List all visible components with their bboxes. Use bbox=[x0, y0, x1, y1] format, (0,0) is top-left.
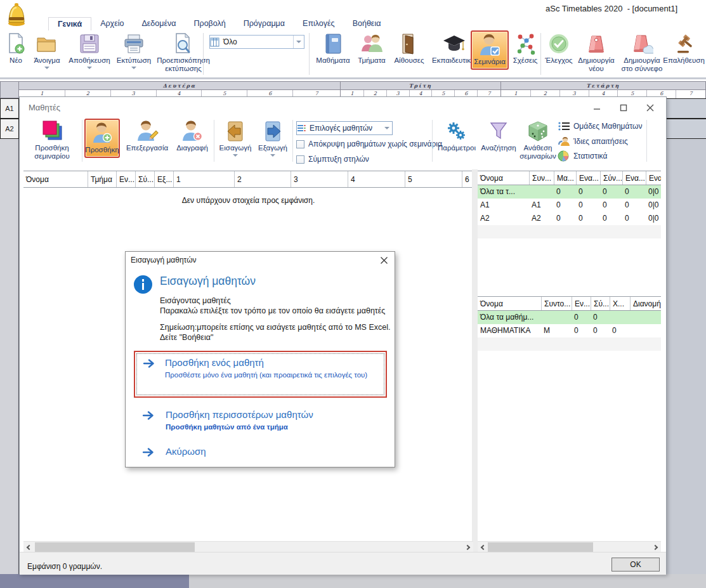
column-header[interactable]: Μα... bbox=[554, 171, 576, 185]
table-row[interactable]: ΜΑΘΗΜΑΤΙΚΑΜ000 bbox=[478, 324, 661, 337]
tab-epiloges[interactable]: Επιλογές bbox=[294, 17, 344, 30]
table-row[interactable]: Όλα τα τ...00000|0 bbox=[478, 185, 661, 199]
tab-programma[interactable]: Πρόγραμμα bbox=[235, 17, 294, 30]
same-requirements-button[interactable]: Ίδιες απαιτήσεις bbox=[558, 136, 628, 147]
check-label: Έλεγχος bbox=[545, 56, 572, 65]
column-header[interactable]: Σύ... bbox=[135, 171, 154, 187]
column-header[interactable]: Χ... bbox=[610, 297, 630, 310]
column-header[interactable]: Διανομή bbox=[630, 297, 661, 310]
column-header[interactable]: Εν... bbox=[572, 297, 591, 310]
column-header[interactable]: Σύν... bbox=[600, 171, 622, 185]
students-table-hscrollbar[interactable] bbox=[23, 541, 473, 552]
export-dropdown-caret[interactable] bbox=[270, 154, 275, 157]
student-options-dropdown[interactable]: Επιλογές μαθητών bbox=[296, 121, 393, 135]
subject-groups-button[interactable]: Ομάδες Μαθημάτων bbox=[558, 121, 642, 131]
save-icon bbox=[77, 32, 101, 56]
row-label-a1[interactable]: A1 bbox=[0, 98, 19, 119]
row-label-a2[interactable]: A2 bbox=[0, 119, 19, 139]
collapse-columns-checkbox[interactable] bbox=[296, 155, 304, 164]
edit-student-button[interactable]: Επεξεργασία bbox=[122, 120, 172, 152]
lessons-button[interactable]: Μαθήματα bbox=[313, 32, 353, 65]
column-header[interactable]: 3 bbox=[291, 171, 348, 187]
close-icon[interactable] bbox=[639, 101, 661, 115]
column-header[interactable]: Όνομα bbox=[23, 171, 88, 187]
new-button[interactable]: Νέο bbox=[5, 32, 27, 65]
column-header[interactable]: 4 bbox=[348, 171, 405, 187]
column-header[interactable]: Ενα... bbox=[576, 171, 600, 185]
add-seminar-button[interactable]: Προσθήκη σεμιναρίου bbox=[25, 120, 79, 160]
classrooms-button[interactable]: Αίθουσες bbox=[391, 32, 428, 65]
cancel-option[interactable]: Ακύρωση bbox=[143, 446, 384, 457]
save-dropdown-caret[interactable] bbox=[87, 67, 92, 69]
hide-lessons-checkbox[interactable] bbox=[296, 140, 304, 148]
add-more-students-option[interactable]: Προσθήκη περισσοτέρων μαθητών Προσθήκη μ… bbox=[143, 409, 384, 433]
generate-new-button[interactable]: Δημιουργία νέου bbox=[576, 32, 617, 73]
minimize-icon[interactable] bbox=[586, 101, 608, 115]
column-header[interactable]: Ενα... bbox=[646, 171, 661, 185]
tab-arxeio[interactable]: Αρχείο bbox=[91, 17, 133, 30]
scroll-left-icon[interactable] bbox=[478, 542, 488, 552]
view-filter-caret[interactable] bbox=[293, 36, 304, 48]
summary-hscrollbar[interactable] bbox=[478, 541, 661, 552]
ok-button[interactable]: OK bbox=[611, 558, 660, 572]
student-options-caret[interactable] bbox=[382, 122, 392, 134]
relations-button[interactable]: Σχέσεις bbox=[511, 32, 539, 65]
classrooms-door-icon bbox=[397, 32, 421, 56]
student-options-value: Επιλογές μαθητών bbox=[310, 124, 382, 133]
add-one-student-option[interactable]: Προσθήκη ενός μαθητή Προσθέστε μόνο ένα … bbox=[136, 353, 384, 395]
print-dropdown-caret[interactable] bbox=[131, 67, 136, 69]
column-header[interactable]: Όνομα bbox=[478, 297, 541, 310]
import-button[interactable]: Εισαγωγή bbox=[218, 120, 253, 157]
panel-splitter[interactable] bbox=[472, 169, 478, 552]
tab-provoli[interactable]: Προβολή bbox=[185, 17, 235, 30]
statistics-button[interactable]: Στατιστικά bbox=[558, 150, 607, 162]
maximize-icon[interactable] bbox=[613, 101, 634, 115]
search-button[interactable]: Αναζήτηση bbox=[479, 120, 518, 152]
view-filter-dropdown[interactable]: Όλο bbox=[209, 35, 304, 49]
save-button[interactable]: Αποθήκευση bbox=[66, 32, 113, 69]
open-dropdown-caret[interactable] bbox=[44, 67, 49, 69]
classes-button[interactable]: Τμήματα bbox=[354, 32, 389, 65]
check-button[interactable]: Έλεγχος bbox=[543, 32, 575, 65]
arrow-right-icon bbox=[143, 359, 155, 370]
tab-genika[interactable]: Γενικά bbox=[48, 17, 91, 30]
column-header[interactable]: 1 bbox=[173, 171, 234, 187]
column-header[interactable]: Συν... bbox=[529, 171, 554, 185]
scroll-right-icon[interactable] bbox=[463, 542, 473, 552]
asc-bell-logo[interactable] bbox=[6, 2, 27, 27]
tab-dedomena[interactable]: Δεδομένα bbox=[133, 17, 185, 30]
column-header[interactable]: Ενα... bbox=[622, 171, 646, 185]
day-monday: Δευτέρα bbox=[19, 81, 341, 90]
table-row[interactable]: A1A100000|0 bbox=[478, 199, 661, 212]
hscroll-thumb[interactable] bbox=[35, 542, 195, 552]
column-header[interactable]: Σύ... bbox=[591, 297, 610, 310]
scroll-right-icon[interactable] bbox=[651, 542, 661, 552]
close-icon[interactable] bbox=[379, 256, 388, 265]
column-header[interactable]: Τμήμα bbox=[88, 171, 116, 187]
scroll-left-icon[interactable] bbox=[23, 542, 34, 552]
parameters-button[interactable]: Παράμετροι bbox=[436, 120, 478, 152]
app-hscroll-thumb[interactable] bbox=[0, 574, 189, 588]
column-header[interactable]: Εξ... bbox=[154, 171, 173, 187]
generate-cloud-button[interactable]: Δημιουργία στο σύννεφο bbox=[618, 32, 666, 73]
export-button[interactable]: Εξαγωγή bbox=[256, 120, 290, 157]
toolbar-separator bbox=[432, 120, 433, 162]
print-button[interactable]: Εκτύπωση bbox=[114, 32, 154, 69]
table-row[interactable]: Όλα τα μαθήμ...00 bbox=[478, 311, 661, 324]
seminars-button[interactable]: Σεμινάρια bbox=[471, 30, 509, 70]
hscroll-thumb[interactable] bbox=[488, 542, 593, 552]
column-header[interactable]: Όνομα bbox=[478, 171, 529, 185]
tab-voitheia[interactable]: Βοήθεια bbox=[344, 17, 390, 30]
delete-student-button[interactable]: Διαγραφή bbox=[173, 120, 211, 152]
column-header[interactable]: 2 bbox=[234, 171, 291, 187]
column-header[interactable]: Εν... bbox=[116, 171, 135, 187]
open-button[interactable]: Άνοιγμα bbox=[29, 32, 65, 69]
column-header[interactable]: 5 bbox=[405, 171, 462, 187]
table-row[interactable]: A2A200000|0 bbox=[478, 212, 661, 225]
verification-button[interactable]: Επαλήθευση bbox=[664, 32, 704, 65]
assign-seminars-button[interactable]: Ανάθεση σεμιναρίων bbox=[520, 120, 556, 160]
column-header[interactable]: Συντο... bbox=[541, 297, 572, 310]
classes-summary-table: Όνομα Συν... Μα... Ενα... Σύν... Ενα... … bbox=[478, 171, 661, 299]
import-dropdown-caret[interactable] bbox=[233, 154, 238, 157]
add-student-button[interactable]: Προσθήκη bbox=[84, 119, 120, 158]
